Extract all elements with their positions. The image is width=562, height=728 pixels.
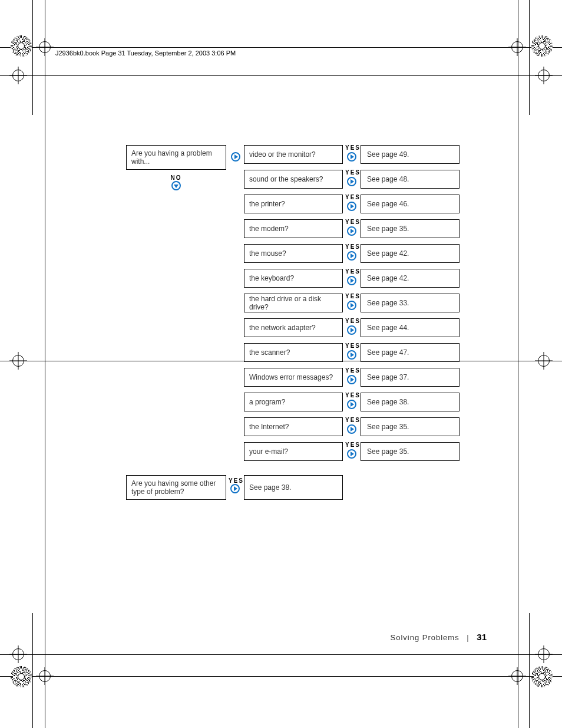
footer-separator: | [467,633,469,642]
yes-branch: YES [345,145,358,163]
registration-star-icon [531,35,553,57]
arrow-right-icon [347,379,356,386]
crop-line [529,0,530,115]
sub-question-box: video or the monitor? [244,145,343,164]
crop-target-icon [39,41,51,53]
sub-question-box: the mouse? [244,244,343,263]
crop-line [45,0,45,728]
sub-question-box: a program? [244,393,343,411]
yes-branch: YES [345,170,358,187]
yes-label: YES [345,219,358,225]
answer-box: See page 38. [361,393,459,411]
answer-box: See page 35. [361,417,459,436]
sub-question-box: Windows error messages? [244,368,343,387]
yes-branch: YES [229,477,242,495]
crop-line [0,676,562,677]
arrow-right-icon [347,404,356,410]
yes-label: YES [345,145,358,151]
crop-target-icon [538,648,550,660]
sub-question-box: the modem? [244,219,343,238]
crop-line [32,613,33,728]
yes-label: YES [345,393,358,398]
yes-branch: YES [345,195,358,212]
yes-branch: YES [345,417,358,435]
arrow-right-icon [347,230,356,237]
arrow-right-icon [347,330,356,336]
crop-target-icon [511,41,523,53]
yes-label: YES [345,368,358,374]
arrow-down-icon [171,185,181,192]
yes-branch: YES [345,393,358,410]
arrow-right-icon [347,280,356,286]
registration-star-icon [11,35,32,57]
yes-label: YES [345,318,358,324]
crop-line [529,613,530,728]
answer-box: See page 35. [361,219,459,238]
yes-branch: YES [345,269,358,286]
registration-star-icon [531,666,553,687]
sub-question-box: the Internet? [244,417,343,436]
crop-target-icon [538,70,550,81]
yes-label: YES [345,170,358,176]
answer-box: See page 38. [244,475,343,500]
arrow-right-icon [347,429,356,435]
answer-box: See page 37. [361,368,459,387]
crop-target-icon [12,355,24,367]
crop-target-icon [39,670,51,682]
page: J2936bk0.book Page 31 Tuesday, September… [0,0,562,728]
sub-question-box: the printer? [244,195,343,213]
yes-label: YES [345,195,358,200]
sub-question-box: the keyboard? [244,269,343,288]
yes-branch: YES [345,219,358,237]
sub-question-box: the hard drive or a disk drive? [244,294,343,312]
crop-target-icon [12,70,24,81]
arrow-right-icon [231,152,242,163]
answer-box: See page 46. [361,195,459,213]
answer-box: See page 49. [361,145,459,164]
answer-box: See page 42. [361,269,459,288]
arrow-right-icon [347,354,356,361]
yes-label: YES [345,417,358,423]
question-box: Are you having some other type of proble… [126,475,226,500]
no-branch: NO [126,174,226,192]
yes-branch: YES [345,442,358,460]
yes-branch: YES [345,368,358,386]
arrow-right-icon [347,255,356,262]
yes-label: YES [345,294,358,299]
yes-label: YES [345,343,358,349]
answer-box: See page 42. [361,244,459,263]
question-box: Are you having a problem with... [126,145,226,170]
sub-question-box: the network adapter? [244,318,343,337]
header-stamp: J2936bk0.book Page 31 Tuesday, September… [55,50,236,57]
crop-line [32,0,33,115]
arrow-right-icon [347,181,356,187]
yes-branch: YES [345,244,358,262]
crop-target-icon [12,648,24,660]
no-label: NO [171,174,182,181]
crop-target-icon [538,355,550,367]
crop-line [0,654,562,655]
arrow-right-icon [347,305,356,311]
registration-star-icon [11,666,32,687]
yes-label: YES [229,477,244,484]
answer-box: See page 33. [361,294,459,312]
yes-branch: YES [345,294,358,311]
crop-line [0,75,562,76]
yes-label: YES [345,244,358,250]
answer-box: See page 48. [361,170,459,189]
footer-page-number: 31 [477,632,487,642]
yes-branch: YES [345,343,358,361]
page-footer: Solving Problems | 31 [391,632,487,642]
sub-question-box: the scanner? [244,343,343,362]
crop-target-icon [511,670,523,682]
answer-box: See page 47. [361,343,459,362]
crop-line [518,0,518,728]
answer-box: See page 35. [361,442,459,461]
yes-label: YES [345,442,358,448]
arrow-right-icon [347,206,356,212]
crop-line [0,47,562,48]
sub-question-box: your e-mail? [244,442,343,461]
yes-label: YES [345,269,358,275]
arrow-right-icon [347,453,356,460]
arrow-right-icon [230,488,240,495]
